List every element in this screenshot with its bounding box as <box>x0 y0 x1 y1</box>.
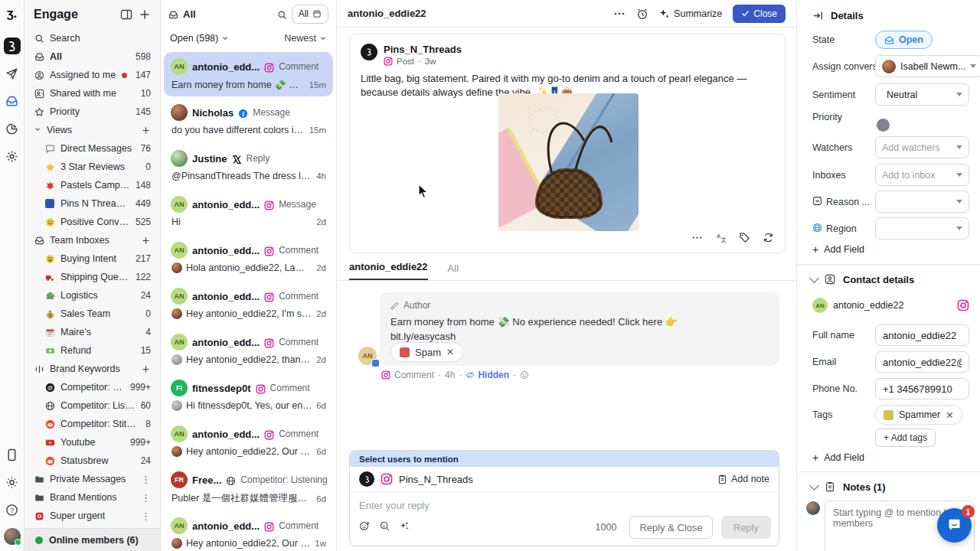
publish-icon[interactable] <box>4 65 21 82</box>
assignee-select[interactable]: Isabell Newm... <box>875 55 980 77</box>
sidebar-item-pins-n-threads-eu[interactable]: Pins N Threads EU449 <box>24 194 160 213</box>
add-icon[interactable] <box>140 364 151 374</box>
sidebar-item-logistics[interactable]: Logistics24 <box>24 286 160 305</box>
tab-all[interactable]: All <box>448 262 459 280</box>
remove-tag-icon[interactable]: ✕ <box>446 347 454 357</box>
sidebar-item-priority[interactable]: Priority145 <box>24 103 160 121</box>
search-icon[interactable] <box>277 9 287 19</box>
phone-no--input[interactable] <box>875 378 969 399</box>
mobile-app-icon[interactable] <box>4 446 21 463</box>
notes-header[interactable]: Notes (1) <box>811 481 886 493</box>
translate-icon[interactable]: A文 <box>715 232 727 246</box>
kebab-menu-icon[interactable]: ⋮ <box>141 474 151 485</box>
sidebar-item-direct-messages[interactable]: Direct Messages76 <box>24 139 160 158</box>
saved-replies-icon[interactable] <box>379 520 390 535</box>
sidebar-item-maire-s[interactable]: 17Maire's4 <box>24 323 160 341</box>
sidebar-item-competitor-listening[interactable]: Competitor: Listening60 <box>24 396 160 415</box>
emoji-picker-icon[interactable] <box>359 520 371 535</box>
conversation-item[interactable]: NicholasfMessage do you have different c… <box>164 98 333 142</box>
tag-icon[interactable] <box>739 232 750 246</box>
sidebar-item-brand-mentions[interactable]: Brand Mentions⋮ <box>24 488 160 507</box>
post-image[interactable] <box>498 93 639 231</box>
kebab-menu-icon[interactable]: ⋮ <box>141 510 151 522</box>
tab-antonio-eddie22[interactable]: antonio_eddie22 <box>349 261 428 280</box>
add-view-icon[interactable] <box>139 8 151 21</box>
conversation-item[interactable]: FIfitnessdep0tComment Hi fitnessdep0t, Y… <box>164 373 333 418</box>
select[interactable] <box>875 217 969 240</box>
kebab-menu-icon[interactable]: ⋮ <box>141 492 151 504</box>
post-more-icon[interactable] <box>691 232 703 246</box>
sidebar-item-shipping-queries[interactable]: Shipping Queries122 <box>24 268 160 286</box>
conversation-item[interactable]: ANantonio_edd...Comment Hey antonio_eddi… <box>164 419 333 464</box>
sidebar-item-refund[interactable]: Refund15 <box>24 341 160 360</box>
close-button[interactable]: Close <box>733 5 786 23</box>
sidebar-item-positive-conversations[interactable]: Positive Conversations525 <box>24 213 160 231</box>
remove-tag-icon[interactable]: ✕ <box>946 409 953 421</box>
collapse-right-icon[interactable] <box>812 10 824 21</box>
select[interactable]: Add watchers <box>875 136 969 158</box>
sidebar-item-team-inboxes[interactable]: Team Inboxes <box>24 231 160 249</box>
sidebar-item-buying-intent[interactable]: Buying Intent217 <box>24 249 160 268</box>
conversation-item[interactable]: ANantonio_edd...Comment Hey antonio_eddi… <box>164 328 333 372</box>
add-icon[interactable] <box>140 125 151 135</box>
contact-details-header[interactable]: Contact details <box>811 274 914 285</box>
reports-icon[interactable] <box>4 120 21 137</box>
conversation-item[interactable]: FRFree...Competitor: Listening Publer 是一… <box>164 465 333 510</box>
sidebar-item-pastels-campaign-ut[interactable]: Pastels Campaign (UT...148 <box>24 176 160 194</box>
sentiment-select[interactable]: Neutral <box>875 83 969 106</box>
spam-tag-chip[interactable]: Spam ✕ <box>390 342 463 362</box>
conversation-item[interactable]: ANantonio_edd...Message Hi2d <box>164 190 333 234</box>
workspace-icon[interactable] <box>4 37 21 54</box>
sidebar-item-brand-keywords[interactable]: Brand Keywords <box>24 360 160 378</box>
conversation-item[interactable]: ANantonio_edd...Comment Earn money from … <box>164 52 333 96</box>
sidebar-item-all[interactable]: All598 <box>24 47 160 66</box>
help-icon[interactable]: ? <box>4 501 21 518</box>
user-avatar[interactable] <box>4 528 21 545</box>
sidebar-item-super-urgent[interactable]: Super urgent⋮ <box>24 507 160 525</box>
sidebar-item-sales-team[interactable]: $Sales Team0 <box>24 305 160 323</box>
sync-icon[interactable] <box>763 232 774 246</box>
conversation-item[interactable]: ANantonio_edd...Comment Hola antonio_edd… <box>164 236 333 280</box>
select[interactable]: Add to inbox <box>875 164 969 186</box>
hidden-status[interactable]: Hidden <box>466 370 509 380</box>
sidebar-item-private-messages[interactable]: Private Messages⋮ <box>24 470 160 488</box>
select[interactable] <box>875 191 969 213</box>
reply-input[interactable] <box>359 500 771 511</box>
full-name-input[interactable] <box>875 324 969 346</box>
engage-icon[interactable] <box>4 93 21 109</box>
sidebar-item-youtube[interactable]: Youtube999+ <box>24 433 160 452</box>
open-filter[interactable]: Open (598) <box>170 33 284 44</box>
sort-dropdown[interactable]: Newest <box>284 33 327 44</box>
channel-filter[interactable]: All <box>292 5 328 24</box>
conversation-item[interactable]: ANantonio_edd...Comment Hey antonio_eddi… <box>164 511 333 551</box>
sidebar-item-statusbrew[interactable]: Statusbrew24 <box>24 452 160 470</box>
add-field-button[interactable]: +Add Field <box>812 452 969 464</box>
snooze-icon[interactable] <box>636 8 648 20</box>
sidebar-item-search[interactable]: Search <box>24 29 160 47</box>
reply-account[interactable]: Pins_N_Threads <box>399 474 711 485</box>
sidebar-item-competitor-driftline[interactable]: @Competitor: Driftline...999+ <box>24 378 160 396</box>
add-field-button[interactable]: +Add Field <box>812 243 969 256</box>
online-members-bar[interactable]: Online members (6) <box>24 528 160 551</box>
add-note-button[interactable]: Add note <box>717 474 769 484</box>
sidebar-item-competitor-stitchstyleco[interactable]: Competitor: StitchStyleCo8 <box>24 415 160 433</box>
reply-and-close-button[interactable]: Reply & Close <box>629 516 712 539</box>
sidebar-item-views[interactable]: Views <box>24 121 160 139</box>
ai-assist-icon[interactable] <box>399 520 410 535</box>
sidebar-item-assigned-to-me[interactable]: Assigned to me147 <box>24 66 160 84</box>
chat-widget-button[interactable]: 1 <box>937 508 972 543</box>
conversation-item[interactable]: JustineReply @PinsandThreads The dress l… <box>164 144 333 188</box>
theme-icon[interactable] <box>4 474 21 491</box>
add-icon[interactable] <box>140 235 151 246</box>
reply-button[interactable]: Reply <box>721 516 771 539</box>
add-tags-button[interactable]: + Add tags <box>875 429 936 447</box>
post-author[interactable]: Pins_N_Threads <box>384 44 462 55</box>
settings-icon[interactable] <box>4 148 21 165</box>
spammer-tag-chip[interactable]: Spammer✕ <box>875 405 962 425</box>
summarize-button[interactable]: Summarize <box>659 8 722 19</box>
conversation-item[interactable]: ANantonio_edd...Comment Hey antonio_eddi… <box>164 282 333 326</box>
state-pill[interactable]: Open <box>875 31 933 49</box>
email-input[interactable] <box>875 351 969 373</box>
sidebar-item-3-star-reviews[interactable]: 3 Star Reviews0 <box>24 158 160 176</box>
emoji-reaction-icon[interactable] <box>520 370 529 380</box>
